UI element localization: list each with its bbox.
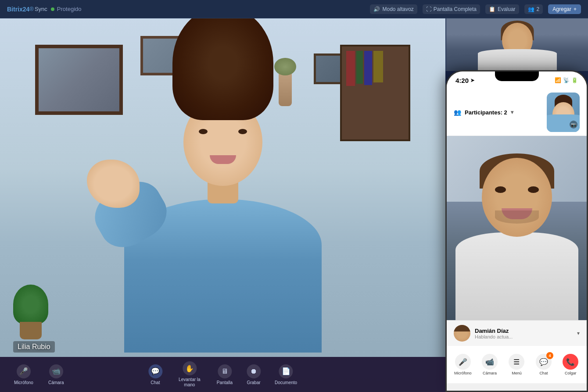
pantalla-icon: ⛶ <box>426 6 431 12</box>
camara-label: Cámara <box>48 380 64 385</box>
phone-header: 👥 Participantes: 2 ▾ 📷 <box>447 89 587 136</box>
book-2 <box>356 51 363 84</box>
microfono-icon: 🎤 <box>17 364 31 378</box>
participants-icon: 👥 <box>528 6 534 12</box>
phone-microfono-label: Micrófono <box>454 371 472 375</box>
woman-eye-right <box>238 129 247 134</box>
phone-caller-bar: Damián Díaz Hablando actua... ▾ <box>447 320 587 346</box>
thumbnail-video <box>446 18 588 71</box>
main-video-area: Lilia Rubio 🎤 Micrófono 📹 Cámara 💬 Chat … <box>0 18 445 392</box>
phone-camara-icon: 📹 <box>482 354 498 370</box>
phone-camara-button[interactable]: 📹 Cámara <box>477 351 502 378</box>
app-name: Bitrix24 <box>7 6 29 13</box>
caller-name: Damián Díaz <box>475 328 573 334</box>
evaluar-label: Evaluar <box>498 6 516 12</box>
phone-man-eye-right <box>528 186 539 193</box>
pantalla-label: Pantalla Completa <box>434 6 477 12</box>
evaluar-button[interactable]: 📋 Evaluar <box>485 4 519 14</box>
pantalla-completa-button[interactable]: ⛶ Pantalla Completa <box>423 4 480 14</box>
phone-video-background <box>447 136 587 320</box>
wifi-icon: 📡 <box>563 77 570 83</box>
video-background <box>0 18 445 392</box>
chevron-down-icon: ▾ <box>511 109 513 115</box>
woman-hair <box>172 18 273 120</box>
caller-avatar-hair <box>454 325 470 331</box>
book-3 <box>364 51 372 85</box>
thumbnail-area <box>445 18 588 71</box>
phone-menu-label: Menú <box>512 371 522 375</box>
signal-icon: 📶 <box>555 77 561 83</box>
pantalla-share-label: Pantalla <box>217 380 233 385</box>
levantar-mano-button[interactable]: ✋ Levantar la mano <box>171 358 208 391</box>
status-dot <box>51 7 54 11</box>
microfono-button[interactable]: 🎤 Micrófono <box>9 361 39 388</box>
bottom-toolbar: 🎤 Micrófono 📹 Cámara 💬 Chat ✋ Levantar l… <box>0 357 445 392</box>
woman-hand <box>87 160 140 208</box>
participants-button[interactable]: 👥 2 <box>524 4 543 14</box>
plant-leaves <box>13 285 48 324</box>
pantalla-share-button[interactable]: 🖥 Pantalla <box>212 361 238 388</box>
phone-colgar-label: Colgar <box>565 371 577 375</box>
thumb-shirt <box>478 49 557 71</box>
microfono-label: Micrófono <box>14 380 33 385</box>
levantar-mano-label: Levantar la mano <box>176 377 203 388</box>
woman-eye-left <box>199 129 208 134</box>
book-1 <box>346 51 355 86</box>
phone-notch <box>495 71 539 81</box>
woman-figure <box>69 89 376 353</box>
participants-count: 2 <box>537 6 540 12</box>
altavoz-label: Modo altavoz <box>382 6 413 12</box>
chat-label: Chat <box>151 380 160 385</box>
documento-label: Documento <box>275 380 297 385</box>
grabar-icon: ⏺ <box>247 364 261 378</box>
center-tools: 💬 Chat ✋ Levantar la mano 🖥 Pantalla ⏺ G… <box>143 358 302 391</box>
phone-menu-icon: ☰ <box>509 354 524 370</box>
phone-camara-label: Cámara <box>483 371 497 375</box>
camara-button[interactable]: 📹 Cámara <box>43 361 69 388</box>
phone-pip-video: 📷 <box>547 93 580 132</box>
app-version: ® <box>29 6 34 12</box>
phone-colgar-button[interactable]: 📞 Colgar <box>558 351 583 378</box>
participant-name-label: Lilia Rubio <box>13 341 55 353</box>
phone-microfono-button[interactable]: 🎤 Micrófono <box>450 351 475 378</box>
phone-man-face <box>482 158 552 237</box>
phone-main-video <box>447 136 587 320</box>
add-label: Agregar <box>552 6 571 12</box>
chat-badge: 4 <box>546 352 553 359</box>
modo-altavoz-button[interactable]: 🔊 Modo altavoz <box>370 4 417 14</box>
pip-camera-badge: 📷 <box>570 121 577 128</box>
phone-chat-icon: 💬 4 <box>536 354 552 370</box>
phone-location-icon: ➤ <box>470 78 474 83</box>
chat-button[interactable]: 💬 Chat <box>143 361 168 388</box>
participants-phone-icon: 👥 <box>454 109 461 116</box>
phone-mockup: 4:20 ➤ 📶 📡 🔋 👥 Participantes: 2 ▾ 📷 <box>445 70 588 392</box>
battery-icon: 🔋 <box>571 77 578 83</box>
grabar-label: Grabar <box>247 380 260 385</box>
phone-man-shirt <box>455 232 578 320</box>
phone-colgar-icon: 📞 <box>563 354 578 370</box>
caller-status: Hablando actua... <box>475 334 573 339</box>
pantalla-share-icon: 🖥 <box>218 364 232 378</box>
titlebar-controls: 🔊 Modo altavoz ⛶ Pantalla Completa 📋 Eva… <box>370 4 581 14</box>
chat-icon: 💬 <box>148 364 162 378</box>
titlebar: Bitrix24 ® Sync Protegido 🔊 Modo altavoz… <box>0 0 588 18</box>
status-label: Protegido <box>57 6 82 12</box>
grabar-button[interactable]: ⏺ Grabar <box>241 361 266 388</box>
book-4 <box>373 51 383 82</box>
phone-chat-button[interactable]: 💬 4 Chat <box>531 351 556 378</box>
woman-smile <box>210 155 236 164</box>
caller-avatar <box>454 325 470 342</box>
add-icon: + <box>574 6 577 12</box>
add-button[interactable]: Agregar + <box>548 4 581 14</box>
camara-icon: 📹 <box>49 364 63 378</box>
phone-time: 4:20 <box>455 77 469 84</box>
status-icons: 📶 📡 🔋 <box>555 77 578 83</box>
evaluar-icon: 📋 <box>489 6 495 12</box>
app-sync: Sync <box>35 6 47 12</box>
plant-pot <box>20 322 42 339</box>
caller-info: Damián Díaz Hablando actua... <box>475 328 573 339</box>
caller-chevron-icon: ▾ <box>577 330 580 336</box>
documento-button[interactable]: 📄 Documento <box>269 361 302 388</box>
phone-menu-button[interactable]: ☰ Menú <box>504 351 529 378</box>
phone-man-stubble <box>495 210 539 224</box>
